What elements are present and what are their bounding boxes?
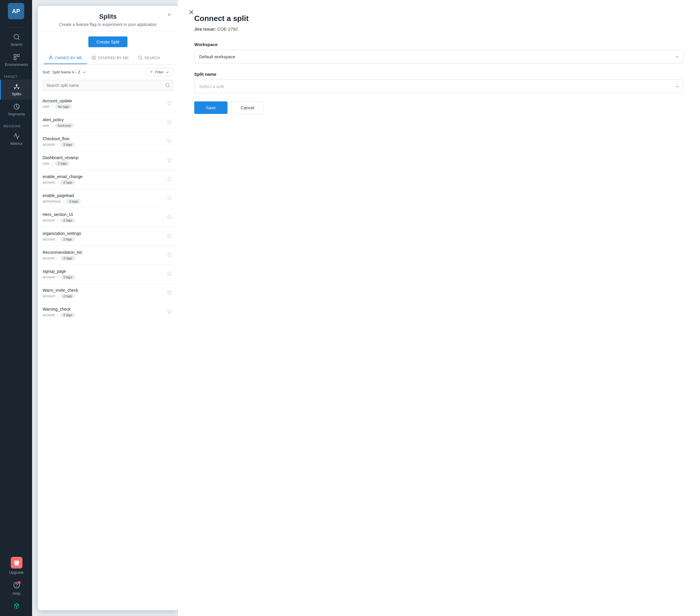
filter-button[interactable]: Filter [146, 68, 173, 76]
star-outline-icon [167, 214, 172, 219]
cancel-button[interactable]: Cancel [231, 101, 264, 114]
sidebar-item-split-logo[interactable] [0, 599, 32, 613]
split-list-item[interactable]: Dashboard_revampuser|2 tags [38, 151, 178, 170]
jira-issue-label: Jira issue: [194, 26, 216, 31]
split-list-item[interactable]: enable_pageloadanonymous|2 tags [38, 189, 178, 208]
sidebar-item-search[interactable]: Search [0, 30, 32, 50]
connect-panel-close-button[interactable] [186, 7, 197, 17]
sidebar-item-label: Segments [8, 112, 25, 116]
split-list-item[interactable]: Checkout_flowaccount|2 tags [38, 132, 178, 151]
split-type: user [42, 105, 49, 109]
sidebar-item-environments[interactable]: Environments [0, 50, 32, 70]
segments-icon [13, 103, 20, 110]
action-buttons: Save Cancel [194, 101, 684, 114]
split-name-label: Split name [194, 72, 684, 77]
workspace-select-wrapper: Default workspace [194, 50, 684, 64]
search-input-wrapper [42, 80, 173, 91]
split-list-item[interactable]: Hero_section_UIaccount|2 tags [38, 208, 178, 227]
star-button[interactable] [166, 137, 173, 146]
star-button[interactable] [166, 308, 173, 317]
sidebar-bottom: Upgrade Help [0, 553, 32, 613]
split-type: account [42, 256, 55, 260]
split-list-item[interactable]: Recommendation_listaccount|2 tags [38, 246, 178, 265]
svg-rect-2 [14, 54, 16, 56]
split-separator: | [57, 294, 58, 298]
split-tags: 2 tags [60, 180, 75, 185]
metrics-icon [13, 132, 20, 140]
star-outline-icon [167, 157, 172, 163]
svg-marker-11 [92, 56, 96, 60]
tab-starred-by-me[interactable]: STARRED BY ME [87, 52, 133, 64]
split-list-item[interactable]: Account_updateuser|No tags [38, 94, 178, 113]
star-button[interactable] [166, 194, 173, 203]
sidebar-item-help[interactable]: Help [0, 578, 32, 599]
star-icon [91, 55, 96, 60]
split-tags: 2 tags [55, 161, 70, 166]
split-separator: | [52, 105, 52, 109]
split-tags: 2 tags [60, 142, 75, 147]
sidebar-item-segments[interactable]: Segments [0, 100, 32, 120]
split-list-item[interactable]: organization_settingsaccount|2 tags [38, 227, 178, 246]
split-type: account [42, 294, 55, 298]
split-list-item[interactable]: enable_email_changeaccount|2 tags [38, 170, 178, 189]
split-name: Warm_invite_check [42, 288, 166, 293]
sidebar-item-upgrade[interactable]: Upgrade [0, 553, 32, 578]
workspace-label: Workspace [194, 42, 684, 47]
workspace-form-group: Workspace Default workspace [194, 42, 684, 64]
split-name: organization_settings [42, 231, 166, 236]
split-list-item[interactable]: signup_pageaccount|2 tags [38, 265, 178, 284]
split-name-select[interactable]: Select a splitAccount_updateAlert_policy… [194, 79, 684, 93]
star-button[interactable] [166, 289, 173, 298]
search-input-icon [165, 83, 170, 88]
star-button[interactable] [166, 118, 173, 127]
create-split-button[interactable]: Create Split [88, 36, 127, 47]
notification-dot [18, 581, 21, 584]
svg-line-18 [168, 86, 170, 87]
search-split-input[interactable] [42, 80, 173, 91]
split-type: account [42, 313, 55, 317]
sidebar-item-label: Environments [5, 62, 28, 67]
close-icon [188, 9, 195, 16]
star-button[interactable] [166, 175, 173, 184]
jira-issue: Jira issue: COE-2792 [194, 26, 684, 31]
sidebar-item-metrics[interactable]: Metrics [0, 129, 32, 149]
star-button[interactable] [166, 232, 173, 241]
svg-marker-20 [167, 120, 172, 124]
person-icon [48, 55, 53, 60]
star-outline-icon [167, 176, 172, 181]
split-tags: 2 tags [60, 237, 75, 242]
svg-point-12 [139, 56, 142, 59]
split-list-item[interactable]: Warning_checkaccount|2 tags [38, 303, 178, 322]
save-button[interactable]: Save [194, 101, 227, 114]
tab-label: SEARCH [145, 56, 160, 60]
star-button[interactable] [166, 270, 173, 279]
connect-panel-title: Connect a split [194, 14, 684, 23]
split-type: account [42, 237, 55, 241]
tab-search[interactable]: SEARCH [133, 52, 165, 64]
sidebar-item-label: Splits [12, 92, 21, 96]
star-button[interactable] [166, 99, 173, 108]
split-tags: 2 tags [60, 313, 75, 317]
svg-marker-30 [167, 309, 172, 313]
split-list-item[interactable]: Alert_policyuser|front-end [38, 113, 178, 132]
svg-marker-25 [167, 215, 172, 219]
avatar[interactable]: AP [8, 3, 24, 19]
split-separator: | [57, 218, 58, 222]
jira-issue-value: COE-2792 [217, 26, 238, 31]
filter-label: Filter [155, 70, 164, 74]
splits-panel-close-button[interactable]: × [165, 11, 173, 18]
filter-icon [149, 70, 153, 74]
sort-selector[interactable]: Sort: Split Name A→Z [42, 70, 86, 74]
search-tab-icon [138, 55, 142, 60]
split-list-item[interactable]: Warm_invite_checkaccount|2 tags [38, 284, 178, 303]
tab-owned-by-me[interactable]: OWNED BY ME [44, 52, 87, 64]
star-button[interactable] [166, 156, 173, 165]
star-button[interactable] [166, 251, 173, 260]
split-name-form-group: Split name Select a splitAccount_updateA… [194, 72, 684, 93]
workspace-select[interactable]: Default workspace [194, 50, 684, 64]
split-type: anonymous [42, 199, 61, 203]
sidebar-item-splits[interactable]: Splits [0, 79, 32, 100]
svg-marker-23 [167, 177, 172, 181]
split-name: Dashboard_revamp [42, 155, 166, 160]
star-button[interactable] [166, 213, 173, 222]
